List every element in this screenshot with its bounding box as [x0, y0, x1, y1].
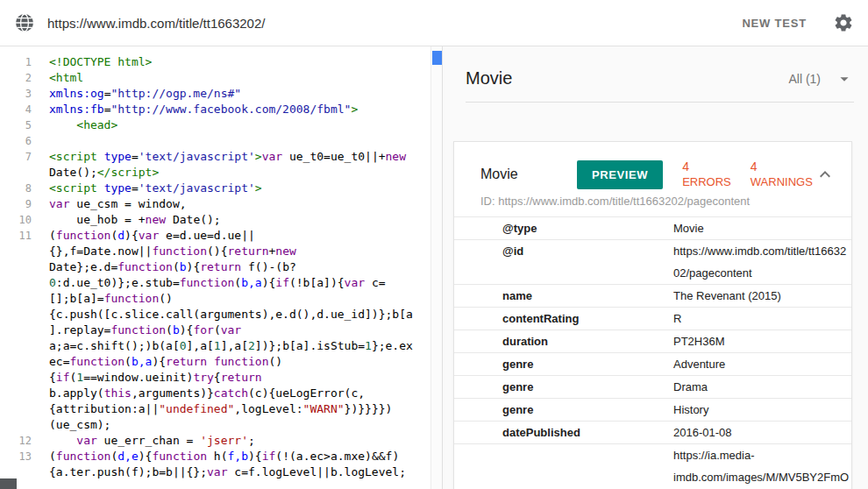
gear-icon[interactable] — [833, 12, 854, 33]
property-row[interactable]: genreDrama — [454, 375, 851, 398]
property-value: https://www.imdb.com/title/tt1663202/pag… — [673, 240, 851, 284]
card-title: Movie — [480, 167, 577, 182]
property-row[interactable]: @idhttps://www.imdb.com/title/tt1663202/… — [454, 239, 851, 284]
warnings-count: 4 — [751, 159, 813, 174]
property-value: 2016-01-08 — [673, 422, 851, 443]
property-label: duration — [454, 330, 673, 352]
property-label: @type — [454, 217, 673, 239]
line-number: 7 — [0, 149, 39, 181]
property-value: PT2H36M — [673, 330, 851, 352]
results-panel: Movie All (1) Movie PREVIEW 4 ERRORS 4 W… — [443, 46, 868, 489]
code-line-text: <script type='text/javascript'> — [39, 181, 442, 196]
code-line-text: <html — [39, 70, 442, 86]
code-line-text: <script type='text/javascript'>var ue_t0… — [39, 149, 442, 181]
errors-count-block[interactable]: 4 ERRORS — [682, 159, 731, 189]
property-row[interactable]: @typeMovie — [454, 216, 851, 239]
code-line-text: var ue_err_chan = 'jserr'; — [39, 433, 442, 449]
line-number: 12 — [0, 433, 39, 449]
code-line: 10 ue_hob = +new Date(); — [0, 212, 442, 228]
topbar: https://www.imdb.com/title/tt1663202/ NE… — [0, 0, 868, 46]
code-line: 1<!DOCTYPE html> — [0, 54, 442, 70]
property-row[interactable]: genreAdventure — [454, 352, 851, 375]
code-line: 13(function(d,e){function h(f,b){if(!(a.… — [0, 449, 442, 480]
tested-url-input[interactable]: https://www.imdb.com/title/tt1663202/ — [47, 16, 742, 31]
new-test-button[interactable]: NEW TEST — [742, 17, 807, 30]
code-line: 5 <head> — [0, 117, 442, 133]
line-number: 10 — [0, 212, 39, 228]
code-line: 12 var ue_err_chan = 'jserr'; — [0, 433, 442, 449]
code-line-text: (function(d,e){function h(f,b){if(!(a.ec… — [39, 449, 442, 480]
property-value: https://ia.media-imdb.com/images/M/MV5BY… — [673, 444, 851, 489]
property-row[interactable]: durationPT2H36M — [454, 330, 851, 352]
line-number: 1 — [0, 54, 39, 70]
preview-button[interactable]: PREVIEW — [577, 160, 663, 189]
code-line: 2<html — [0, 70, 442, 86]
results-filter-dropdown[interactable]: All (1) — [788, 69, 854, 89]
property-label — [454, 444, 673, 489]
property-row[interactable]: genreHistory — [454, 398, 851, 421]
property-table: @typeMovie@idhttps://www.imdb.com/title/… — [454, 216, 851, 489]
property-label: genre — [454, 376, 673, 398]
property-value: Drama — [673, 376, 851, 398]
code-scrollbar-thumb[interactable] — [432, 51, 442, 65]
property-value: History — [673, 399, 851, 421]
result-card-header: Movie PREVIEW 4 ERRORS 4 WARNINGS — [454, 142, 851, 189]
errors-label: ERRORS — [682, 174, 731, 189]
property-value: R — [673, 308, 851, 330]
line-number: 6 — [0, 133, 39, 149]
chevron-down-icon — [835, 69, 854, 89]
code-line-text: (function(d){var e=d.ue=d.ue||{},f=Date.… — [39, 228, 442, 433]
item-id-text: ID: https://www.imdb.com/title/tt1663202… — [454, 189, 851, 216]
warnings-count-block[interactable]: 4 WARNINGS — [751, 159, 813, 189]
line-number: 8 — [0, 181, 39, 196]
main-content: 1<!DOCTYPE html>2<html3xmlns:og="http://… — [0, 46, 868, 489]
property-value: Movie — [673, 217, 851, 239]
property-value: The Revenant (2015) — [673, 285, 851, 307]
code-line-text: <head> — [39, 117, 442, 133]
line-number: 5 — [0, 117, 39, 133]
results-type-title: Movie — [466, 68, 512, 89]
line-number: 2 — [0, 70, 39, 86]
property-label: genre — [454, 353, 673, 375]
code-line-text: xmlns:fb="http://www.facebook.com/2008/f… — [39, 102, 442, 117]
warnings-label: WARNINGS — [751, 174, 813, 189]
line-number: 9 — [0, 196, 39, 212]
filter-label: All (1) — [788, 72, 821, 86]
chevron-up-icon[interactable] — [815, 164, 836, 185]
code-horizontal-scrollbar-thumb[interactable] — [0, 478, 17, 489]
code-line-text: ue_hob = +new Date(); — [39, 212, 442, 228]
code-line: 6 — [0, 133, 442, 149]
property-row[interactable]: nameThe Revenant (2015) — [454, 284, 851, 307]
errors-count: 4 — [682, 159, 731, 174]
result-card: Movie PREVIEW 4 ERRORS 4 WARNINGS ID: ht… — [453, 141, 852, 489]
code-line: 9var ue_csm = window, — [0, 196, 442, 212]
code-line-text: var ue_csm = window, — [39, 196, 442, 212]
property-label: name — [454, 285, 673, 307]
property-label: genre — [454, 399, 673, 421]
globe-icon — [14, 12, 35, 33]
property-row[interactable]: datePublished2016-01-08 — [454, 421, 851, 443]
code-line-text: <!DOCTYPE html> — [39, 54, 442, 70]
code-line: 7<script type='text/javascript'>var ue_t… — [0, 149, 442, 181]
property-value: Adventure — [673, 353, 851, 375]
line-number: 4 — [0, 102, 39, 117]
property-row[interactable]: https://ia.media-imdb.com/images/M/MV5BY… — [454, 443, 851, 489]
line-number: 3 — [0, 86, 39, 102]
code-line-text: xmlns:og="http://ogp.me/ns#" — [39, 86, 442, 102]
line-number: 13 — [0, 449, 39, 480]
property-label: contentRating — [454, 308, 673, 330]
property-label: @id — [454, 240, 673, 284]
code-line: 4xmlns:fb="http://www.facebook.com/2008/… — [0, 102, 442, 117]
code-vertical-scrollbar[interactable] — [430, 46, 442, 489]
line-number: 11 — [0, 228, 39, 433]
code-line: 11(function(d){var e=d.ue=d.ue||{},f=Dat… — [0, 228, 442, 433]
source-code-panel: 1<!DOCTYPE html>2<html3xmlns:og="http://… — [0, 46, 443, 489]
property-label: datePublished — [454, 422, 673, 443]
code-line: 8<script type='text/javascript'> — [0, 181, 442, 196]
results-header: Movie All (1) — [466, 46, 854, 103]
code-line: 3xmlns:og="http://ogp.me/ns#" — [0, 86, 442, 102]
property-row[interactable]: contentRatingR — [454, 307, 851, 330]
code-line-text — [39, 133, 442, 149]
code-lines[interactable]: 1<!DOCTYPE html>2<html3xmlns:og="http://… — [0, 46, 442, 480]
